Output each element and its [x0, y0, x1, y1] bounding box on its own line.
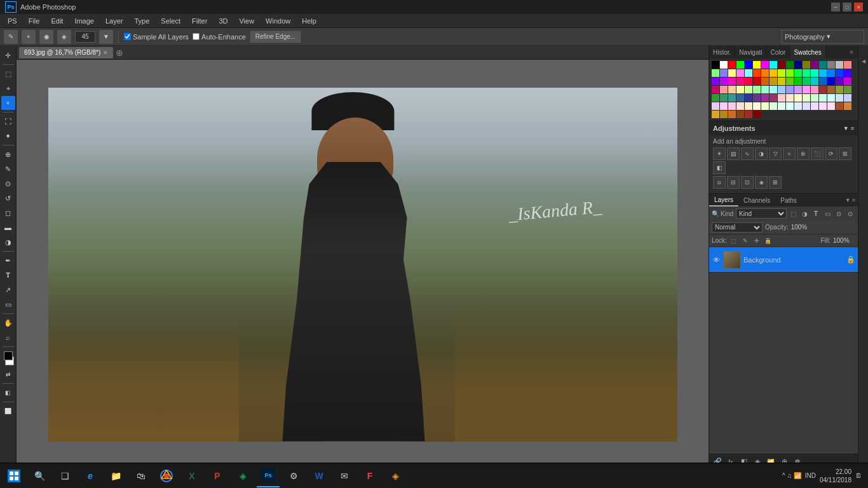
menu-help[interactable]: Help [297, 16, 322, 26]
color-swatch[interactable] [728, 61, 736, 69]
menu-3d[interactable]: 3D [214, 16, 233, 26]
color-swatch[interactable] [794, 69, 802, 77]
brush-size-arrow[interactable]: ▼ [99, 30, 113, 44]
color-swatch[interactable] [712, 102, 719, 110]
path-select-tool[interactable]: ↗ [1, 283, 15, 297]
taskbar-chrome-btn[interactable] [155, 464, 178, 487]
color-swatch[interactable] [753, 111, 761, 118]
canvas-tab-active[interactable]: 693.jpg @ 16,7% (RGB/8*) ✕ [19, 47, 113, 58]
menu-filter[interactable]: Filter [187, 16, 212, 26]
marquee-tool[interactable]: ⬚ [1, 67, 15, 81]
tab-color[interactable]: Color [766, 46, 790, 58]
color-swatch[interactable] [844, 78, 851, 85]
color-swatch[interactable] [819, 102, 827, 110]
color-swatch[interactable] [761, 78, 769, 85]
color-swatch[interactable] [728, 86, 736, 93]
adj-collapse-icon[interactable]: ▼ [843, 125, 849, 132]
color-swatch[interactable] [836, 78, 843, 85]
color-swatch[interactable] [736, 61, 744, 69]
taskbar-flash-btn[interactable]: F [358, 464, 381, 487]
adj-selective-color[interactable]: ⊞ [769, 176, 782, 189]
color-swatch[interactable] [753, 78, 761, 85]
brush-size-value[interactable]: 45 [75, 31, 95, 43]
hand-tool[interactable]: ✋ [1, 316, 15, 330]
adj-color-balance[interactable]: ⊛ [797, 147, 810, 160]
color-swatch[interactable] [720, 102, 728, 110]
color-swatch[interactable] [803, 94, 810, 102]
color-swatch[interactable] [736, 102, 744, 110]
taskbar-edge-btn[interactable]: e [79, 464, 102, 487]
close-tab-icon[interactable]: ✕ [103, 50, 108, 56]
lock-pixels-icon[interactable]: ✎ [741, 236, 750, 245]
tab-navigator[interactable]: Navigati [735, 46, 766, 58]
color-swatch[interactable] [827, 69, 835, 77]
layer-visibility-toggle[interactable]: 👁 [712, 255, 721, 264]
tab-swatches[interactable]: Swatches [790, 46, 825, 58]
color-swatch[interactable] [778, 94, 785, 102]
color-swatch[interactable] [836, 102, 843, 110]
color-swatch[interactable] [745, 111, 752, 118]
blend-mode-select[interactable]: Normal [712, 222, 763, 233]
color-swatch[interactable] [745, 86, 752, 93]
tool-preset-picker[interactable]: ✎ [4, 30, 18, 44]
color-swatch[interactable] [753, 102, 761, 110]
color-swatch[interactable] [720, 94, 728, 102]
pen-tool[interactable]: ✒ [1, 254, 15, 268]
switch-colors-icon[interactable]: ⇄ [1, 367, 15, 381]
quick-mask-toggle[interactable]: ◧ [1, 386, 15, 400]
color-swatch[interactable] [745, 61, 752, 69]
panel-toggle-btn[interactable]: ◀ [859, 48, 868, 74]
color-swatch[interactable] [778, 86, 785, 93]
tab-histor[interactable]: Histor. [709, 46, 735, 58]
color-swatch[interactable] [794, 61, 802, 69]
color-swatch[interactable] [770, 78, 777, 85]
taskbar-mail-btn[interactable]: ✉ [333, 464, 356, 487]
quick-select-tool[interactable]: ⚬ [1, 96, 15, 110]
color-swatch[interactable] [819, 78, 827, 85]
color-swatch[interactable] [728, 111, 736, 118]
color-swatch[interactable] [728, 69, 736, 77]
color-swatch[interactable] [720, 86, 728, 93]
tab-paths[interactable]: Paths [775, 194, 802, 207]
zoom-tool[interactable]: ⌕ [1, 330, 15, 344]
color-swatch[interactable] [736, 86, 744, 93]
color-swatch[interactable] [811, 69, 818, 77]
color-swatch[interactable] [712, 78, 719, 85]
color-swatch[interactable] [836, 86, 843, 93]
taskbar-explorer-btn[interactable]: 📁 [104, 464, 127, 487]
taskbar-word-btn[interactable]: W [308, 464, 330, 487]
menu-select[interactable]: Select [156, 16, 186, 26]
color-swatch[interactable] [803, 102, 810, 110]
layer-filter-shape[interactable]: ▭ [822, 208, 832, 219]
color-swatch[interactable] [819, 61, 827, 69]
color-swatch[interactable] [794, 102, 802, 110]
spot-heal-tool[interactable]: ⊕ [1, 147, 15, 161]
color-swatch[interactable] [745, 102, 752, 110]
menu-ps[interactable]: PS [3, 16, 22, 26]
shape-tool[interactable]: ▭ [1, 297, 15, 311]
color-swatch[interactable] [836, 61, 843, 69]
adj-vibrance[interactable]: ▽ [769, 147, 782, 160]
color-swatch[interactable] [844, 86, 851, 93]
taskbar-maps-btn[interactable]: ◈ [231, 464, 254, 487]
color-swatch[interactable] [753, 69, 761, 77]
taskbar-search-btn[interactable]: 🔍 [28, 464, 51, 487]
foreground-color-swatch[interactable] [4, 351, 13, 360]
lock-position-icon[interactable]: ✛ [752, 236, 761, 245]
color-swatch[interactable] [803, 61, 810, 69]
color-swatch[interactable] [827, 61, 835, 69]
color-swatch[interactable] [712, 111, 719, 118]
color-swatch[interactable] [770, 102, 777, 110]
taskbar-tool2-btn[interactable]: ◈ [384, 464, 407, 487]
refine-edge-button[interactable]: Refine Edge... [250, 30, 301, 43]
lock-all-icon[interactable]: 🔒 [764, 236, 773, 245]
color-swatch[interactable] [712, 61, 719, 69]
color-swatch[interactable] [844, 94, 851, 102]
color-swatch[interactable] [712, 94, 719, 102]
color-swatch[interactable] [778, 102, 785, 110]
color-swatch[interactable] [786, 61, 794, 69]
layers-menu-icon[interactable]: ≡ [852, 197, 855, 203]
color-swatch[interactable] [720, 61, 728, 69]
layers-kind-select[interactable]: Kind [736, 208, 787, 219]
taskbar-store-btn[interactable]: 🛍 [130, 464, 153, 487]
